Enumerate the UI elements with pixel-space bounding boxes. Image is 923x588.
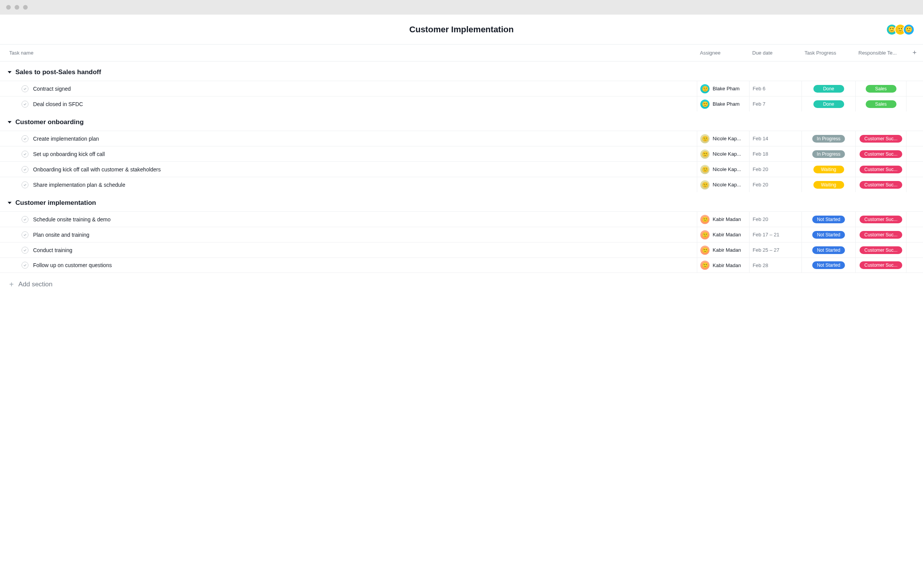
progress-cell[interactable]: Done — [801, 96, 855, 111]
due-date-cell[interactable]: Feb 25 – 27 — [749, 243, 801, 257]
assignee-cell[interactable]: 🙂 Nicole Kap... — [697, 177, 749, 192]
complete-task-checkbox[interactable] — [22, 181, 28, 188]
avatar[interactable]: 🙂 — [903, 24, 915, 35]
assignee-cell[interactable]: 🙂 Kabir Madan — [697, 227, 749, 242]
add-column-button[interactable]: + — [906, 49, 923, 57]
section-title: Customer implementation — [15, 199, 96, 207]
assignee-cell[interactable]: 🙂 Kabir Madan — [697, 243, 749, 257]
chevron-down-icon[interactable] — [8, 71, 12, 73]
progress-cell[interactable]: Not Started — [801, 243, 855, 257]
complete-task-checkbox[interactable] — [22, 262, 28, 269]
assignee-cell[interactable]: 🙂 Kabir Madan — [697, 258, 749, 272]
due-date-cell[interactable]: Feb 17 – 21 — [749, 227, 801, 242]
team-pill: Customer Suc... — [860, 135, 902, 143]
progress-cell[interactable]: Waiting — [801, 177, 855, 192]
assignee-cell[interactable]: 🙂 Kabir Madan — [697, 212, 749, 227]
team-cell[interactable]: Sales — [855, 81, 906, 96]
task-row[interactable]: Schedule onsite training & demo 🙂 Kabir … — [0, 211, 923, 227]
header-avatars: 🙂 🙂 🙂 — [889, 24, 915, 35]
task-row[interactable]: Deal closed in SFDC 🙂 Blake PhamFeb 7Don… — [0, 96, 923, 111]
assignee-avatar: 🙂 — [700, 246, 710, 255]
column-assignee: Assignee — [697, 50, 749, 56]
team-cell[interactable]: Customer Suc... — [855, 243, 906, 257]
traffic-light-zoom[interactable] — [23, 5, 28, 10]
assignee-avatar: 🙂 — [700, 215, 710, 224]
traffic-light-minimize[interactable] — [15, 5, 19, 10]
team-cell[interactable]: Customer Suc... — [855, 131, 906, 146]
due-date-cell[interactable]: Feb 20 — [749, 212, 801, 227]
progress-pill: Not Started — [812, 246, 845, 254]
complete-task-checkbox[interactable] — [22, 101, 28, 108]
assignee-name: Nicole Kap... — [713, 136, 741, 141]
assignee-cell[interactable]: 🙂 Nicole Kap... — [697, 146, 749, 161]
assignee-avatar: 🙂 — [700, 149, 710, 159]
progress-cell[interactable]: In Progress — [801, 146, 855, 161]
progress-cell[interactable]: Done — [801, 81, 855, 96]
task-row[interactable]: Share implementation plan & schedule 🙂 N… — [0, 177, 923, 192]
chevron-down-icon[interactable] — [8, 121, 12, 123]
page-header: Customer Implementation 🙂 🙂 🙂 — [0, 15, 923, 45]
assignee-avatar: 🙂 — [700, 180, 710, 189]
traffic-light-close[interactable] — [6, 5, 11, 10]
assignee-avatar: 🙂 — [700, 100, 710, 109]
empty-cell — [906, 162, 923, 177]
team-cell[interactable]: Customer Suc... — [855, 227, 906, 242]
complete-task-checkbox[interactable] — [22, 166, 28, 173]
empty-cell — [906, 258, 923, 272]
empty-cell — [906, 146, 923, 161]
task-name: Onboarding kick off call with customer &… — [33, 166, 161, 173]
assignee-name: Blake Pham — [713, 101, 740, 107]
complete-task-checkbox[interactable] — [22, 135, 28, 142]
add-section-button[interactable]: + Add section — [0, 273, 923, 288]
assignee-cell[interactable]: 🙂 Blake Pham — [697, 81, 749, 96]
progress-cell[interactable]: Not Started — [801, 258, 855, 272]
due-date-cell[interactable]: Feb 20 — [749, 177, 801, 192]
progress-cell[interactable]: Waiting — [801, 162, 855, 177]
section-header[interactable]: Sales to post-Sales handoff — [0, 61, 923, 81]
task-row[interactable]: Plan onsite and training 🙂 Kabir MadanFe… — [0, 227, 923, 242]
assignee-cell[interactable]: 🙂 Blake Pham — [697, 96, 749, 111]
due-date-cell[interactable]: Feb 7 — [749, 96, 801, 111]
team-cell[interactable]: Customer Suc... — [855, 177, 906, 192]
task-name: Follow up on customer questions — [33, 262, 112, 268]
task-row[interactable]: Set up onboarding kick off call 🙂 Nicole… — [0, 146, 923, 161]
task-name: Plan onsite and training — [33, 232, 89, 238]
section-header[interactable]: Customer onboarding — [0, 111, 923, 131]
column-task-name: Task name — [0, 50, 697, 56]
task-row[interactable]: Onboarding kick off call with customer &… — [0, 161, 923, 177]
chevron-down-icon[interactable] — [8, 202, 12, 204]
complete-task-checkbox[interactable] — [22, 231, 28, 238]
assignee-avatar: 🙂 — [700, 134, 710, 143]
progress-pill: Waiting — [813, 166, 844, 173]
task-name: Deal closed in SFDC — [33, 101, 83, 107]
task-row[interactable]: Create implementation plan 🙂 Nicole Kap.… — [0, 131, 923, 146]
due-date-cell[interactable]: Feb 14 — [749, 131, 801, 146]
assignee-cell[interactable]: 🙂 Nicole Kap... — [697, 162, 749, 177]
due-date-cell[interactable]: Feb 20 — [749, 162, 801, 177]
due-date-cell[interactable]: Feb 6 — [749, 81, 801, 96]
assignee-cell[interactable]: 🙂 Nicole Kap... — [697, 131, 749, 146]
task-name-cell: Set up onboarding kick off call — [0, 151, 697, 158]
section-header[interactable]: Customer implementation — [0, 192, 923, 211]
team-cell[interactable]: Customer Suc... — [855, 258, 906, 272]
team-cell[interactable]: Customer Suc... — [855, 146, 906, 161]
progress-cell[interactable]: Not Started — [801, 212, 855, 227]
team-cell[interactable]: Customer Suc... — [855, 162, 906, 177]
due-date-cell[interactable]: Feb 18 — [749, 146, 801, 161]
progress-pill: Not Started — [812, 216, 845, 223]
progress-cell[interactable]: In Progress — [801, 131, 855, 146]
task-row[interactable]: Contract signed 🙂 Blake PhamFeb 6DoneSal… — [0, 81, 923, 96]
complete-task-checkbox[interactable] — [22, 151, 28, 158]
complete-task-checkbox[interactable] — [22, 216, 28, 223]
due-date-cell[interactable]: Feb 28 — [749, 258, 801, 272]
team-pill: Customer Suc... — [860, 150, 902, 158]
team-cell[interactable]: Customer Suc... — [855, 212, 906, 227]
assignee-avatar: 🙂 — [700, 230, 710, 239]
task-row[interactable]: Follow up on customer questions 🙂 Kabir … — [0, 257, 923, 273]
complete-task-checkbox[interactable] — [22, 247, 28, 254]
complete-task-checkbox[interactable] — [22, 85, 28, 92]
task-name: Schedule onsite training & demo — [33, 216, 111, 223]
task-row[interactable]: Conduct training 🙂 Kabir MadanFeb 25 – 2… — [0, 242, 923, 257]
team-cell[interactable]: Sales — [855, 96, 906, 111]
progress-cell[interactable]: Not Started — [801, 227, 855, 242]
